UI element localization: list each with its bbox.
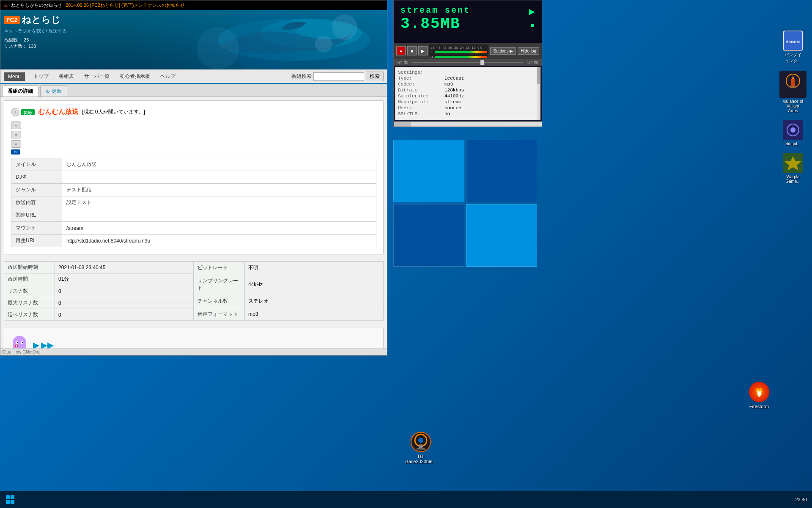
status-links: Gtuu xtv GNetOne bbox=[2, 350, 41, 354]
value-format: mp3 bbox=[245, 308, 384, 320]
label-samplerate: サンプリングレート bbox=[194, 274, 245, 295]
info-row-mountpoint: Mountpoint: stream bbox=[398, 99, 538, 105]
value-max-listeners: 0 bbox=[55, 297, 194, 309]
stream-triangle-button[interactable]: ▶ bbox=[529, 6, 535, 18]
stream-controls: ● ■ ▶ dB -48 -42 -36 -30 -24 -18 -12 -6 … bbox=[394, 43, 542, 59]
wargame-icon-image bbox=[783, 153, 803, 173]
nav-help[interactable]: ヘルプ bbox=[159, 72, 177, 81]
value-dj bbox=[62, 171, 376, 184]
netradio-title: ねとらじ bbox=[22, 14, 60, 26]
stats-table-left: 放送開始時刻 2021-01-03 23:40:45 放送時間 01分 リスナ数… bbox=[4, 261, 194, 321]
singular-icon-image bbox=[783, 120, 803, 140]
volume-thumb[interactable] bbox=[480, 60, 484, 65]
info-scrollbar-thumb[interactable] bbox=[537, 67, 540, 84]
settings-button[interactable]: Settings ▶ bbox=[490, 47, 516, 55]
radio-btn-2[interactable]: ○ bbox=[11, 131, 21, 138]
desktop-icon-valiant[interactable]: Valiance of ValiantArms bbox=[776, 69, 810, 115]
table-row: リスナ数 0 bbox=[4, 285, 194, 297]
info-row-bitrate: Bitrate: 128kbps bbox=[398, 88, 538, 93]
start-button[interactable] bbox=[0, 491, 20, 508]
stream-bottom-scroll[interactable] bbox=[394, 121, 542, 127]
search-button[interactable]: 検索 bbox=[366, 72, 384, 81]
valiant-icon-image bbox=[779, 71, 807, 98]
valiant-icon-label: Valiance of ValiantArms bbox=[778, 99, 808, 113]
firestorm-icon-image bbox=[749, 382, 769, 402]
tile-2 bbox=[466, 140, 537, 202]
stream-indicator bbox=[531, 24, 534, 27]
label-channels: チャンネル数 bbox=[194, 295, 245, 308]
info-key-bitrate: Bitrate: bbox=[398, 88, 444, 93]
nav-beginners[interactable]: 初心者掲示板 bbox=[118, 72, 152, 81]
stream-window: stream sent 3.85MB ▶ ● ■ ▶ dB -48 -42 -3… bbox=[393, 0, 542, 127]
tab-update[interactable]: ↻ 更新 bbox=[40, 86, 67, 97]
svg-point-3 bbox=[197, 27, 239, 69]
table-row: マウント /stream bbox=[11, 222, 376, 235]
svg-rect-29 bbox=[417, 448, 425, 450]
desktop-icon-wargame[interactable]: WarplaGame... bbox=[776, 151, 810, 185]
table-row: 放送時間 01分 bbox=[4, 273, 194, 285]
label-mount: マウント bbox=[11, 222, 62, 235]
blender-icon-image bbox=[411, 432, 431, 452]
taskbar-tray: 23:40 bbox=[790, 497, 812, 502]
fast-forward-icon[interactable]: ▶▶ bbox=[41, 340, 54, 348]
stats-tables: 放送開始時刻 2021-01-03 23:40:45 放送時間 01分 リスナ数… bbox=[4, 261, 384, 321]
play-button[interactable]: ▷ play bbox=[11, 108, 35, 116]
record-button[interactable]: ● bbox=[396, 46, 406, 55]
desktop-icon-firestorm[interactable]: Firestorm bbox=[740, 380, 778, 411]
radio-btn-1[interactable]: ○ bbox=[11, 121, 21, 129]
radio-row-3: ○ bbox=[11, 140, 376, 148]
nav-servers[interactable]: サーバー覧 bbox=[82, 72, 111, 81]
value-bitrate: 不明 bbox=[245, 262, 384, 274]
volume-slider[interactable] bbox=[412, 62, 523, 63]
info-table: タイトル むんむん放送 DJ名 ジャンル テスト配信 放送内容 設定テスト 関連… bbox=[11, 158, 376, 247]
info-row-samplerate: Samplerate: 44100Hz bbox=[398, 94, 538, 99]
radio-btn-3[interactable]: ○ bbox=[11, 140, 21, 148]
program-count: 25 bbox=[24, 37, 29, 42]
left-channel-label: L bbox=[431, 50, 434, 54]
browser-window: ⚠ ねとらじからのお知らせ 2014.09.26 [FC2ねとらじ] (完了)メ… bbox=[0, 0, 387, 356]
info-key-codec: Codec: bbox=[398, 82, 444, 87]
desktop-icon-singular[interactable]: Singul... bbox=[776, 118, 810, 148]
stream-info-area: Settings: Type: IceCast Codec: mp3 Bitra… bbox=[395, 67, 540, 120]
info-scrollbar[interactable] bbox=[537, 67, 540, 120]
desktop-icon-blender[interactable]: TB-Bace2020ble... bbox=[402, 430, 440, 466]
label-duration: 放送時間 bbox=[4, 273, 55, 285]
program-name[interactable]: むんむん放送 bbox=[38, 108, 79, 116]
hide-log-button[interactable]: Hide log bbox=[518, 47, 539, 55]
search-label: 番組検索 bbox=[291, 73, 312, 80]
forward-icon[interactable]: ▶ bbox=[33, 340, 39, 348]
desktop-icon-bandai[interactable]: BANDAI バンダイインタ... bbox=[776, 29, 810, 66]
search-input[interactable] bbox=[313, 72, 364, 81]
info-key-samplerate: Samplerate: bbox=[398, 94, 444, 99]
program-title-row: ▷ play むんむん放送 [現在 0人が聞いています。] bbox=[11, 108, 376, 116]
right-icons-area: BANDAI バンダイインタ... Valiance of ValiantArm… bbox=[774, 0, 812, 381]
nav-schedule[interactable]: 番組表 bbox=[57, 72, 76, 81]
stop-button[interactable]: ■ bbox=[407, 46, 417, 55]
notification-link[interactable]: 2014.09.26 [FC2ねとらじ] (完了)メンテナンスのお知らせ bbox=[66, 2, 185, 8]
table-row: チャンネル数 ステレオ bbox=[194, 295, 384, 308]
menu-button[interactable]: Menu bbox=[4, 72, 25, 81]
site-header: FC2 ねとらじ ネットラジオを聴く/ 放送する 番組数： 25 リスナ数： 1… bbox=[0, 10, 387, 69]
site-tagline: ネットラジオを聴く/ 放送する bbox=[4, 28, 67, 34]
nav-top[interactable]: トップ bbox=[32, 72, 50, 81]
update-icon: ↻ bbox=[46, 88, 50, 94]
tab-detail[interactable]: 番組の詳細 bbox=[2, 86, 38, 97]
info-row-user: User: source bbox=[398, 105, 538, 110]
site-logo: FC2 ねとらじ bbox=[4, 14, 67, 26]
play-stream-button[interactable]: ▶ bbox=[418, 46, 428, 55]
label-listeners: リスナ数 bbox=[4, 285, 55, 297]
radio-row-2: ○ bbox=[11, 131, 376, 138]
program-count-row: 番組数： 25 bbox=[4, 37, 67, 43]
stream-scroll-thumb[interactable] bbox=[394, 122, 411, 127]
taskbar-clock: 23:40 bbox=[795, 497, 807, 502]
stream-size: 3.85MB bbox=[401, 15, 535, 33]
site-logo-area: FC2 ねとらじ ネットラジオを聴く/ 放送する 番組数： 25 リスナ数： 1… bbox=[4, 14, 67, 50]
taskbar: 23:40 bbox=[0, 491, 812, 508]
table-row: ビットレート 不明 bbox=[194, 262, 384, 274]
bookmark-section: ▶ ▶▶ bbox=[4, 328, 384, 348]
value-duration: 01分 bbox=[55, 273, 194, 285]
info-key-settings: Settings: bbox=[398, 70, 444, 75]
win-logo-q1 bbox=[6, 495, 10, 499]
info-row-ssl: SSL/TLS: no bbox=[398, 111, 538, 116]
win-logo-q4 bbox=[11, 500, 14, 504]
